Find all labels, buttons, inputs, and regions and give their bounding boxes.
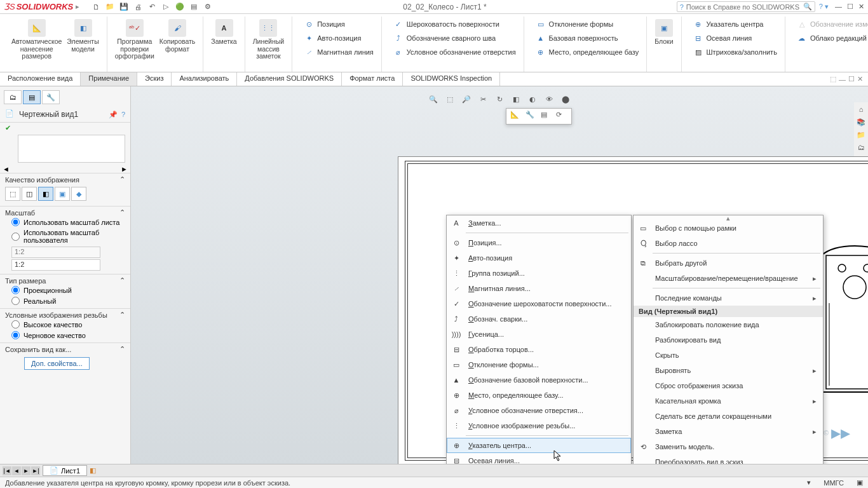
ctx-item[interactable]: ▭Отклонение формы... xyxy=(447,357,631,372)
surface-finish-button[interactable]: ✓Шероховатость поверхности xyxy=(391,18,519,30)
search-mag-icon[interactable]: 🔍 xyxy=(803,3,812,11)
collapse-icon-2[interactable]: ⌃ xyxy=(119,208,125,217)
scroll-right-icon[interactable]: ► xyxy=(121,165,128,173)
feature-tree-tab[interactable]: 🗂 xyxy=(4,90,22,104)
format-painter-button[interactable]: 🖌Копировать формат xyxy=(157,18,198,62)
print-icon[interactable]: 🖨 xyxy=(133,2,143,12)
doc-min-icon[interactable]: — xyxy=(839,76,846,83)
auto-dimension-button[interactable]: 📐Автоматическое нанесение размеров xyxy=(9,18,64,62)
mt-icon-3[interactable]: ▤ xyxy=(541,111,552,122)
ctx-item[interactable]: Скрыть xyxy=(634,348,823,363)
spellcheck-button[interactable]: ᵃᵇ✓Программа проверки орфографии xyxy=(112,18,157,62)
ctx-item[interactable]: ▲Обозначение базовой поверхности... xyxy=(447,372,631,388)
sheet-first-icon[interactable]: |◄ xyxy=(3,466,11,475)
tab-sheet-format[interactable]: Формат листа xyxy=(342,72,403,86)
ctx-item[interactable]: Заметка▸ xyxy=(634,424,823,439)
blocks-button[interactable]: ▣Блоки xyxy=(652,18,675,47)
quality-hidden-button[interactable]: ◫ xyxy=(22,187,37,201)
collapse-icon-4[interactable]: ⌃ xyxy=(119,311,125,319)
ctx-item[interactable]: ⟋Магнитная линия... xyxy=(447,281,631,296)
ctx-item[interactable]: ⋮Группа позиций... xyxy=(447,266,631,281)
doc-expand-icon[interactable]: ⬚ xyxy=(830,75,836,83)
more-props-button[interactable]: Доп. свойства... xyxy=(24,357,90,370)
mt-icon-4[interactable]: ⟳ xyxy=(556,111,567,122)
doc-max-icon[interactable]: ☐ xyxy=(848,75,855,83)
minimize-icon[interactable]: — xyxy=(835,3,842,11)
eye-icon[interactable]: 👁 xyxy=(543,93,555,105)
search-input[interactable] xyxy=(686,3,801,11)
drawing-canvas[interactable]: 🔍 ⬚ 🔎 ✂ ↻ ◧ ◐ 👁 ⬤ ⌂ 📚 📁 🗂 🔶 🎨 ▤ xyxy=(131,86,868,469)
true-radio[interactable] xyxy=(11,297,20,305)
close-icon[interactable]: ✕ xyxy=(858,3,864,11)
ctx-item[interactable]: ⊙Позиция... xyxy=(447,235,631,250)
ctx-item[interactable]: ▭Выбор с помощью рамки xyxy=(634,220,823,236)
model-items-button[interactable]: ◧Элементы модели xyxy=(64,18,101,62)
zoom-fit-icon[interactable]: 🔍 xyxy=(427,93,440,105)
config-tab[interactable]: 🔧 xyxy=(42,90,60,104)
datum-feature-button[interactable]: ▲Базовая поверхность xyxy=(533,32,642,44)
use-sheet-scale-radio[interactable] xyxy=(11,218,20,226)
rebuild-icon[interactable]: 🟢 xyxy=(175,2,185,12)
pm-help-icon[interactable]: ? xyxy=(121,111,125,118)
sheet-prev-icon[interactable]: ◄ xyxy=(12,466,21,475)
tab-sketch[interactable]: Эскиз xyxy=(137,72,172,86)
ctx-item[interactable]: ⌀Условное обозначение отверстия... xyxy=(447,403,631,418)
hide-show-icon[interactable]: ◐ xyxy=(526,93,539,105)
quality-shaded-edges-button[interactable]: ▣ xyxy=(55,187,70,201)
property-manager-tab[interactable]: ▤ xyxy=(23,90,41,104)
new-doc-icon[interactable]: 🗋 xyxy=(91,2,101,12)
collapse-icon-5[interactable]: ⌃ xyxy=(119,345,125,353)
quality-visible-button[interactable]: ◧ xyxy=(38,187,53,201)
linear-note-pattern-button[interactable]: ⋮⋮Линейный массив заметок xyxy=(250,18,287,62)
ctx-item[interactable]: Заблокировать положение вида xyxy=(634,317,823,332)
pm-pin-icon[interactable]: 📌 xyxy=(109,111,118,119)
ctx-item[interactable]: Сброс отображения эскиза xyxy=(634,378,823,393)
resources-icon[interactable]: 📚 xyxy=(855,116,867,128)
ctx-item[interactable]: ✦Авто-позиция xyxy=(447,250,631,266)
hq-radio[interactable] xyxy=(11,320,20,329)
scale-combo[interactable]: 1:2 xyxy=(11,259,100,271)
revision-cloud-button[interactable]: ☁Облако редакций xyxy=(794,32,868,44)
datum-target-button[interactable]: ⊕Место, определяющее базу xyxy=(533,46,642,58)
tab-inspection[interactable]: SOLIDWORKS Inspection xyxy=(403,72,500,86)
ctx-item[interactable]: ⋮Условное изображение резьбы... xyxy=(447,418,631,433)
select-icon[interactable]: ▷ xyxy=(161,2,171,12)
quality-wire-button[interactable]: ⬚ xyxy=(5,187,20,201)
add-sheet-icon[interactable]: ◧ xyxy=(90,466,96,475)
ctx-item[interactable]: ⤴Обознач. сварки... xyxy=(447,311,631,327)
hole-callout-button[interactable]: ⌀Условное обозначение отверстия xyxy=(391,46,519,58)
ctx-item[interactable]: ⊕Место, определяющее базу... xyxy=(447,388,631,403)
rotate-icon[interactable]: ↻ xyxy=(493,93,506,105)
prev-view-icon[interactable]: 🔎 xyxy=(460,93,473,105)
section-icon[interactable]: ✂ xyxy=(477,93,489,105)
ctx-item[interactable]: ⊟Обработка торцов... xyxy=(447,342,631,357)
zoom-area-icon[interactable]: ⬚ xyxy=(444,93,456,105)
home-icon[interactable]: ⌂ xyxy=(855,104,867,115)
ctx-item[interactable]: ⟲Заменить модель. xyxy=(634,439,823,454)
note-button[interactable]: AЗаметка xyxy=(208,18,239,47)
save-icon[interactable]: 💾 xyxy=(119,2,129,12)
projected-radio[interactable] xyxy=(11,286,20,294)
sheet-last-icon[interactable]: ►| xyxy=(31,466,40,475)
ctx-item[interactable]: Касательная кромка▸ xyxy=(634,393,823,409)
ctx-item[interactable]: ✓Обозначение шероховатости поверхности..… xyxy=(447,296,631,311)
magnetic-line-button[interactable]: ⟋Магнитная линия xyxy=(301,46,376,58)
mt-icon-2[interactable]: 🔧 xyxy=(526,111,537,122)
pm-ok-icon[interactable]: ✔ xyxy=(0,123,130,133)
open-icon[interactable]: 📁 xyxy=(105,2,115,12)
gear-icon[interactable]: ⚙ xyxy=(203,2,213,12)
centerline-button[interactable]: ⊟Осевая линия xyxy=(691,32,780,44)
undo-icon[interactable]: ↶ xyxy=(147,2,157,12)
quality-shaded-button[interactable]: ◆ xyxy=(71,187,86,201)
ctx-item[interactable]: ⧉Выбрать другой xyxy=(634,255,823,271)
ctx-item[interactable]: Сделать все детали сокращенными xyxy=(634,409,823,424)
tab-view-layout[interactable]: Расположение вида xyxy=(0,72,81,86)
help-search[interactable]: ? 🔍 xyxy=(677,1,815,12)
tab-addins[interactable]: Добавления SOLIDWORKS xyxy=(237,72,342,86)
center-mark-button[interactable]: ⊕Указатель центра xyxy=(691,18,780,30)
display-style-icon[interactable]: ◧ xyxy=(510,93,522,105)
sb-icon-1[interactable]: ▾ xyxy=(807,478,811,487)
draft-radio[interactable] xyxy=(11,331,20,339)
scene-icon[interactable]: ⬤ xyxy=(559,93,572,105)
expand-icon[interactable]: ▸ xyxy=(76,3,79,11)
